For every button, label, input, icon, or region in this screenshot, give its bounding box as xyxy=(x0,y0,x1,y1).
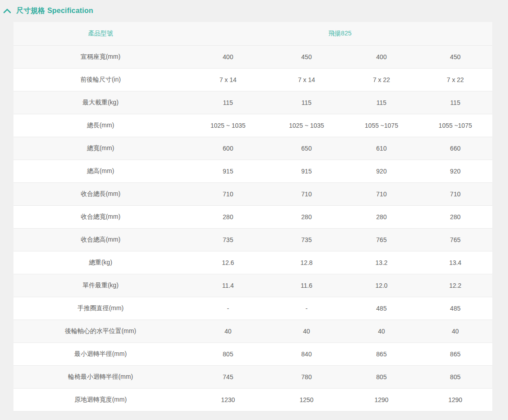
spec-value-cell: 12.2 xyxy=(418,274,492,297)
spec-value-cell: 485 xyxy=(418,297,492,320)
spec-label-cell: 後輪軸心的水平位置(mm) xyxy=(13,320,188,342)
spec-value-cell: 920 xyxy=(418,160,492,182)
spec-label-cell: 收合總寬(mm) xyxy=(13,205,188,228)
spec-row: 收合總長(mm)710710710710 xyxy=(13,182,492,205)
spec-value-cell: 710 xyxy=(268,182,345,205)
spec-row: 輪椅最小迴轉半徑(mm)745780805805 xyxy=(13,365,492,388)
spec-row: 前後輪尺寸(in)7 x 147 x 147 x 227 x 22 xyxy=(13,68,492,91)
spec-value-cell: 650 xyxy=(268,137,345,160)
spec-label-cell: 收合總高(mm) xyxy=(13,228,188,251)
spec-row: 總長(mm)1025 ~ 10351025 ~ 10351055 ~107510… xyxy=(13,114,492,137)
spec-value-cell: 780 xyxy=(268,365,345,388)
spec-value-cell: 7 x 14 xyxy=(268,68,345,91)
spec-value-cell: 40 xyxy=(268,320,345,342)
spec-value-cell: - xyxy=(188,297,268,320)
spec-value-cell: 805 xyxy=(345,365,418,388)
spec-value-cell: 1055 ~1075 xyxy=(345,114,418,137)
spec-value-cell: 1290 xyxy=(345,388,418,411)
spec-value-cell: 115 xyxy=(268,91,345,114)
spec-value-cell: 710 xyxy=(345,182,418,205)
spec-value-cell: 735 xyxy=(188,228,268,251)
spec-row: 收合總高(mm)735735765765 xyxy=(13,228,492,251)
spec-row: 單件最重(kg)11.411.612.012.2 xyxy=(13,274,492,297)
spec-label-cell: 前後輪尺寸(in) xyxy=(13,68,188,91)
spec-header-row: 產品型號 飛揚825 xyxy=(13,22,492,45)
spec-value-cell: 450 xyxy=(418,45,492,68)
product-model-header: 產品型號 xyxy=(13,22,188,45)
spec-value-cell: 915 xyxy=(268,160,345,182)
spec-value-cell: 11.6 xyxy=(268,274,345,297)
spec-value-cell: 735 xyxy=(268,228,345,251)
spec-value-cell: 450 xyxy=(268,45,345,68)
spec-value-cell: 1055 ~1075 xyxy=(418,114,492,137)
spec-value-cell: 280 xyxy=(418,205,492,228)
spec-label-cell: 收合總長(mm) xyxy=(13,182,188,205)
spec-row: 收合總寬(mm)280280280280 xyxy=(13,205,492,228)
spec-value-cell: 7 x 22 xyxy=(418,68,492,91)
spec-value-cell: 12.0 xyxy=(345,274,418,297)
spec-value-cell: 710 xyxy=(188,182,268,205)
spec-value-cell: 280 xyxy=(188,205,268,228)
spec-value-cell: 115 xyxy=(418,91,492,114)
spec-value-cell: 1025 ~ 1035 xyxy=(188,114,268,137)
spec-row: 總重(kg)12.612.813.213.4 xyxy=(13,251,492,274)
spec-value-cell: 600 xyxy=(188,137,268,160)
spec-value-cell: 485 xyxy=(345,297,418,320)
spec-value-cell: 11.4 xyxy=(188,274,268,297)
spec-row: 後輪軸心的水平位置(mm)40404040 xyxy=(13,320,492,342)
spec-value-cell: 765 xyxy=(418,228,492,251)
spec-label-cell: 最小迴轉半徑(mm) xyxy=(13,342,188,365)
spec-value-cell: 805 xyxy=(188,342,268,365)
spec-value-cell: 12.8 xyxy=(268,251,345,274)
spec-label-cell: 手推圈直徑(mm) xyxy=(13,297,188,320)
spec-section-toggle[interactable]: 尺寸規格 Specification xyxy=(0,0,508,16)
spec-value-cell: 765 xyxy=(345,228,418,251)
spec-value-cell: 40 xyxy=(345,320,418,342)
spec-value-cell: - xyxy=(268,297,345,320)
spec-value-cell: 115 xyxy=(188,91,268,114)
spec-row: 總高(mm)915915920920 xyxy=(13,160,492,182)
spec-value-cell: 115 xyxy=(345,91,418,114)
spec-value-cell: 865 xyxy=(345,342,418,365)
spec-value-cell: 12.6 xyxy=(188,251,268,274)
spec-value-cell: 610 xyxy=(345,137,418,160)
chevron-up-icon[interactable] xyxy=(3,7,12,16)
spec-value-cell: 1025 ~ 1035 xyxy=(268,114,345,137)
spec-row: 手推圈直徑(mm)--485485 xyxy=(13,297,492,320)
spec-label-cell: 總重(kg) xyxy=(13,251,188,274)
spec-value-cell: 865 xyxy=(418,342,492,365)
spec-value-cell: 40 xyxy=(188,320,268,342)
spec-label-cell: 最大載重(kg) xyxy=(13,91,188,114)
spec-value-cell: 13.4 xyxy=(418,251,492,274)
spec-value-cell: 40 xyxy=(418,320,492,342)
spec-value-cell: 400 xyxy=(188,45,268,68)
spec-value-cell: 840 xyxy=(268,342,345,365)
spec-row: 宣稱座寬(mm)400450400450 xyxy=(13,45,492,68)
section-title: 尺寸規格 Specification xyxy=(16,6,93,16)
spec-table-container: 產品型號 飛揚825 宣稱座寬(mm)400450400450前後輪尺寸(in)… xyxy=(13,22,492,411)
product-model-value: 飛揚825 xyxy=(188,22,492,45)
spec-label-cell: 輪椅最小迴轉半徑(mm) xyxy=(13,365,188,388)
spec-value-cell: 920 xyxy=(345,160,418,182)
spec-value-cell: 280 xyxy=(268,205,345,228)
spec-value-cell: 660 xyxy=(418,137,492,160)
spec-value-cell: 1250 xyxy=(268,388,345,411)
spec-value-cell: 710 xyxy=(418,182,492,205)
spec-value-cell: 745 xyxy=(188,365,268,388)
spec-label-cell: 總寬(mm) xyxy=(13,137,188,160)
spec-value-cell: 1230 xyxy=(188,388,268,411)
spec-label-cell: 總長(mm) xyxy=(13,114,188,137)
spec-value-cell: 805 xyxy=(418,365,492,388)
spec-table: 產品型號 飛揚825 宣稱座寬(mm)400450400450前後輪尺寸(in)… xyxy=(13,22,492,411)
spec-value-cell: 400 xyxy=(345,45,418,68)
spec-value-cell: 13.2 xyxy=(345,251,418,274)
spec-label-cell: 單件最重(kg) xyxy=(13,274,188,297)
spec-label-cell: 原地迴轉寬度(mm) xyxy=(13,388,188,411)
spec-value-cell: 7 x 14 xyxy=(188,68,268,91)
spec-row: 最大載重(kg)115115115115 xyxy=(13,91,492,114)
spec-value-cell: 915 xyxy=(188,160,268,182)
spec-label-cell: 總高(mm) xyxy=(13,160,188,182)
spec-row: 原地迴轉寬度(mm)1230125012901290 xyxy=(13,388,492,411)
spec-row: 最小迴轉半徑(mm)805840865865 xyxy=(13,342,492,365)
spec-table-body: 產品型號 飛揚825 宣稱座寬(mm)400450400450前後輪尺寸(in)… xyxy=(13,22,492,411)
